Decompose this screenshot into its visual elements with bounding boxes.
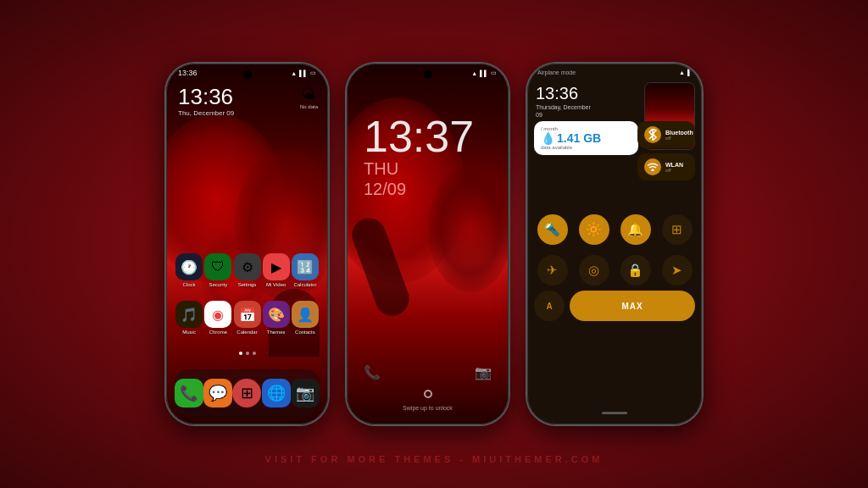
app-label-calendar: Calendar xyxy=(236,330,257,335)
weather-icon: 🌤 xyxy=(301,86,316,103)
app-mivideo[interactable]: ▶ Mi Video xyxy=(262,253,291,287)
cc-brightness-row: A MAX xyxy=(534,291,695,321)
lock-bottom-bar: Swipe up to unlock xyxy=(347,390,509,411)
battery-icon: ▭ xyxy=(310,69,316,76)
app-icon-calculator: 🔢 xyxy=(292,253,319,280)
svg-point-0 xyxy=(652,169,654,171)
cc-clock-date-text: Thursday, December xyxy=(536,104,591,110)
page-dots xyxy=(239,352,256,355)
cc-wifi-icon: ▲ xyxy=(679,69,685,75)
cc-data-usage-card[interactable]: / month 💧 1.41 GB data available xyxy=(534,121,638,155)
cc-btn-brightness[interactable]: 🔆 xyxy=(579,214,609,245)
cc-toggle-cards: Bluetooth off WLAN off xyxy=(637,121,695,186)
app-calendar[interactable]: 📅 Calendar xyxy=(232,301,261,335)
cc-scroll-indicator xyxy=(602,412,627,414)
cc-btn-airplane[interactable]: ✈ xyxy=(537,255,568,286)
wifi-icon: ▲ xyxy=(291,70,297,76)
app-chrome[interactable]: ◉ Chrome xyxy=(203,301,232,335)
status-time: 13:36 xyxy=(178,69,198,77)
lock-time-hour: 13:37 xyxy=(364,114,474,158)
weather-nodata: No data xyxy=(300,104,318,109)
dock-browser[interactable]: 🌐 xyxy=(262,379,291,408)
lock-bottom-icons: 📞 📷 xyxy=(347,364,509,380)
lock-date: 12/09 xyxy=(364,180,406,198)
cc-data-gb: 1.41 GB xyxy=(557,131,601,145)
cc-btn-flashlight[interactable]: 🔦 xyxy=(537,214,568,245)
cc-data-value: 💧 1.41 GB xyxy=(541,131,632,145)
cc-btn-lock[interactable]: 🔒 xyxy=(620,255,651,286)
lock-day: THU xyxy=(364,159,398,178)
cc-btn-hotspot[interactable]: ◎ xyxy=(579,255,609,286)
cc-wlan-state: off xyxy=(665,168,683,173)
dock-phone[interactable]: 📞 xyxy=(175,379,203,408)
app-grid: 🕐 Clock 🛡 Security ⚙ Settings ▶ Mi Video… xyxy=(175,253,320,348)
cc-status-bar: Airplane mode ▲ ▌ xyxy=(527,64,702,80)
lock-camera-icon[interactable]: 📷 xyxy=(475,364,492,380)
phone-control-center: ✎ Airplane mode ▲ ▌ 13:36 Thursday, Dece… xyxy=(526,62,704,426)
cc-data-available: data available xyxy=(541,145,632,150)
app-icon-settings: ⚙ xyxy=(234,253,261,280)
cc-bluetooth-state: off xyxy=(665,136,693,141)
cc-wlan-card[interactable]: WLAN off xyxy=(637,153,695,180)
lock-phone-icon[interactable]: 📞 xyxy=(364,364,381,380)
cc-max-slider[interactable]: MAX xyxy=(570,291,695,321)
app-security[interactable]: 🛡 Security xyxy=(203,253,232,287)
app-icon-chrome: ◉ xyxy=(204,301,231,328)
punch-hole xyxy=(243,70,252,79)
app-dock: 📞 💬 ⊞ 🌐 📷 xyxy=(175,369,320,416)
lock-clock: 13:37 THU 12/09 xyxy=(364,114,474,199)
cc-airplane-label: Airplane mode xyxy=(537,69,576,75)
cc-btn-notifications[interactable]: 🔔 xyxy=(620,214,651,245)
dock-messages[interactable]: 💬 xyxy=(203,379,232,408)
app-calculator[interactable]: 🔢 Calculator xyxy=(291,253,320,287)
lock-center-indicator xyxy=(424,390,432,398)
app-label-calculator: Calculator xyxy=(293,282,316,287)
dock-app-drawer[interactable]: ⊞ xyxy=(232,379,261,408)
app-label-security: Security xyxy=(209,282,227,287)
cc-bluetooth-icon xyxy=(644,126,661,143)
app-icon-clock: 🕐 xyxy=(175,253,203,280)
app-themes[interactable]: 🎨 Themes xyxy=(262,301,291,335)
app-icon-music: 🎵 xyxy=(175,301,203,328)
app-label-chrome: Chrome xyxy=(209,330,227,335)
app-label-themes: Themes xyxy=(267,330,286,335)
home-weather-widget: 🌤 No data xyxy=(300,86,318,109)
cc-data-cards: / month 💧 1.41 GB data available xyxy=(534,121,638,160)
lock-time-day: THU 12/09 xyxy=(364,158,474,199)
app-clock[interactable]: 🕐 Clock xyxy=(175,253,203,287)
app-contacts[interactable]: 👤 Contacts xyxy=(291,301,320,335)
cc-btn-screencast[interactable]: ⊞ xyxy=(662,214,693,245)
cc-wlan-text: WLAN off xyxy=(665,162,683,173)
lock-swipe-text: Swipe up to unlock xyxy=(403,405,453,411)
cc-auto-button[interactable]: A xyxy=(534,291,565,321)
phone-lock: ▲ ▌▌ ▭ 13:37 THU 12/09 Swipe up to unloc… xyxy=(345,62,510,426)
cc-clock: 13:36 Thursday, December 09 xyxy=(536,84,591,119)
cc-bluetooth-card[interactable]: Bluetooth off xyxy=(637,121,695,148)
home-clock-date: Thu, December 09 xyxy=(178,109,234,117)
cc-data-drop-icon: 💧 xyxy=(541,131,555,145)
app-music[interactable]: 🎵 Music xyxy=(175,301,203,335)
dock-camera[interactable]: 📷 xyxy=(291,379,320,408)
phone-home: 13:36 ▲ ▌▌ ▭ 13:36 Thu, December 09 🌤 No… xyxy=(164,62,330,426)
cc-status-icons: ▲ ▌ xyxy=(679,69,692,75)
app-icon-themes: 🎨 xyxy=(263,301,290,328)
watermark: VISIT FOR MORE THEMES - MIUITHEMER.COM xyxy=(265,454,604,464)
lock-punch-hole xyxy=(424,70,432,79)
lock-status-icons: ▲ ▌▌ ▭ xyxy=(471,69,497,76)
app-settings[interactable]: ⚙ Settings xyxy=(232,253,261,287)
dot-3 xyxy=(253,352,256,355)
cc-wlan-name: WLAN xyxy=(665,162,683,168)
cc-buttons-row2: ✈ ◎ 🔒 ➤ xyxy=(534,255,695,286)
app-icon-contacts: 👤 xyxy=(292,301,319,328)
app-label-settings: Settings xyxy=(238,282,257,287)
app-icon-security: 🛡 xyxy=(204,253,231,280)
home-clock-widget: 13:36 Thu, December 09 xyxy=(178,86,234,117)
app-label-mivideo: Mi Video xyxy=(266,282,286,287)
dot-2 xyxy=(246,352,249,355)
status-icons: ▲ ▌▌ ▭ xyxy=(291,69,316,76)
cc-clock-date: Thursday, December 09 xyxy=(536,103,591,119)
app-label-music: Music xyxy=(182,330,196,335)
cc-btn-location[interactable]: ➤ xyxy=(662,255,693,286)
lock-wifi-icon: ▲ xyxy=(471,70,477,76)
lock-signal-icon: ▌▌ xyxy=(480,70,488,76)
